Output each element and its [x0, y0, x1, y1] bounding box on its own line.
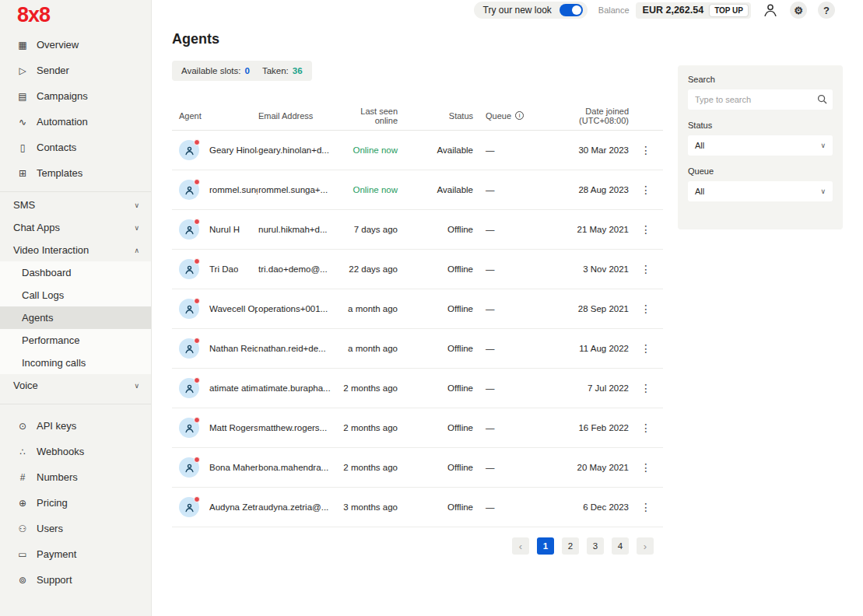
divider: [0, 404, 151, 404]
sidebar-subitem[interactable]: Call Logs: [0, 284, 151, 306]
page-button[interactable]: 1: [537, 537, 554, 555]
balance-section: Balance EUR 2,262.54 TOP UP: [598, 2, 751, 19]
sidebar-group-video-interaction[interactable]: Video Interaction: [0, 239, 151, 261]
kebab-icon: [640, 424, 651, 433]
settings-button[interactable]: ⚙: [790, 2, 807, 19]
presence-dot: [194, 139, 200, 145]
agent-name: Bona Mahend: [209, 463, 258, 472]
prev-page-button[interactable]: ‹: [512, 537, 529, 555]
agent-queue: —: [473, 383, 559, 393]
sidebar-subitem[interactable]: Performance: [0, 329, 151, 352]
presence-dot: [194, 377, 200, 383]
avatar: [179, 497, 199, 517]
agent-queue: —: [473, 145, 559, 155]
sidebar-item[interactable]: Templates: [0, 160, 151, 186]
search-input[interactable]: [688, 89, 833, 110]
agent-status: Available: [398, 185, 473, 194]
kebab-icon: [640, 226, 651, 235]
kebab-icon: [640, 305, 651, 314]
page-buttons: 1 2 3 4: [537, 537, 629, 555]
agent-queue: —: [473, 304, 559, 313]
last-seen-online: Online now: [343, 185, 398, 194]
sidebar-item[interactable]: Pricing: [0, 490, 151, 516]
table-row: Geary Hinolan geary.hinolan+d... Online …: [172, 131, 663, 170]
info-icon[interactable]: [515, 111, 524, 120]
page-button[interactable]: 3: [587, 537, 604, 555]
sidebar-item[interactable]: Payment: [0, 541, 151, 567]
status-filter-select[interactable]: All: [688, 135, 833, 156]
agent-name: Matt Rogers: [209, 423, 258, 432]
row-menu-button[interactable]: [629, 382, 663, 394]
row-menu-button[interactable]: [629, 263, 663, 275]
account-button[interactable]: [762, 2, 779, 19]
sidebar-subitem[interactable]: Agents: [0, 306, 151, 329]
agent-email: nurul.hikmah+d...: [258, 225, 343, 234]
agent-email: atimate.burapha...: [258, 383, 343, 393]
agent-cell: Audyna Zetria: [172, 497, 258, 517]
row-menu-button[interactable]: [629, 144, 663, 156]
date-joined: 16 Feb 2022: [559, 423, 629, 432]
sidebar-item[interactable]: Sender: [0, 58, 151, 83]
page-button[interactable]: 2: [562, 537, 579, 555]
sidebar-item[interactable]: Contacts: [0, 135, 151, 160]
date-joined: 21 May 2021: [559, 225, 629, 234]
sidebar-group-voice[interactable]: Voice: [0, 374, 151, 397]
header-queue: Queue: [473, 108, 559, 124]
sidebar-item[interactable]: Users: [0, 516, 151, 541]
sidebar-item[interactable]: Automation: [0, 109, 151, 135]
date-joined: 11 Aug 2022: [559, 344, 629, 353]
agent-name: rommel.sunga: [209, 185, 258, 194]
page-button[interactable]: 4: [612, 537, 629, 555]
sidebar-group-header[interactable]: Chat Apps: [0, 216, 151, 239]
sidebar-item[interactable]: Support: [0, 567, 151, 593]
top-up-button[interactable]: TOP UP: [710, 5, 748, 16]
agent-email: operations+001...: [258, 304, 343, 313]
help-button[interactable]: ?: [818, 2, 835, 19]
person-icon: [184, 264, 195, 275]
person-icon: [184, 502, 195, 513]
sidebar-item-label: Automation: [37, 116, 88, 128]
sidebar-groups: SMS Chat Apps Video Interaction Dashboar…: [0, 192, 151, 398]
avatar: [179, 378, 199, 398]
date-joined: 20 May 2021: [559, 463, 629, 472]
sidebar-item[interactable]: Overview: [0, 32, 151, 58]
agent-status: Offline: [398, 344, 473, 353]
person-icon: [184, 343, 195, 355]
new-look-toggle[interactable]: [560, 4, 583, 16]
sidebar-subitem[interactable]: Incoming calls: [0, 352, 151, 374]
gear-icon: ⚙: [794, 5, 803, 16]
sidebar-item[interactable]: API keys: [0, 413, 151, 439]
presence-dot: [194, 298, 200, 304]
sidebar-item-label: Support: [37, 574, 72, 586]
sidebar-group-header[interactable]: SMS: [0, 194, 151, 216]
status-filter-label: Status: [688, 121, 833, 130]
last-seen-online: 2 months ago: [343, 463, 398, 472]
sidebar-item[interactable]: Webhooks: [0, 439, 151, 464]
row-menu-button[interactable]: [629, 184, 663, 196]
person-icon: [184, 383, 195, 394]
table-row: rommel.sunga rommel.sunga+... Online now…: [172, 170, 663, 210]
topbar: Try our new look Balance EUR 2,262.54 TO…: [152, 0, 863, 20]
available-slots: Available slots: 0: [181, 66, 250, 75]
next-page-button[interactable]: ›: [637, 537, 654, 555]
row-menu-button[interactable]: [629, 461, 663, 474]
sidebar-item[interactable]: Numbers: [0, 464, 151, 490]
queue-filter-select[interactable]: All: [688, 181, 833, 201]
header-email: Email Address: [258, 108, 343, 124]
presence-dot: [194, 179, 200, 185]
sidebar-subitem-label: Dashboard: [22, 267, 72, 278]
queue-filter-label: Queue: [688, 166, 833, 176]
sidebar-subitem[interactable]: Dashboard: [0, 261, 151, 284]
agent-queue: —: [473, 463, 559, 472]
balance-amount: EUR 2,262.54: [643, 5, 704, 16]
row-menu-button[interactable]: [629, 223, 663, 236]
row-menu-button[interactable]: [629, 501, 663, 513]
brand-logo: 8x8: [0, 0, 151, 32]
row-menu-button[interactable]: [629, 422, 663, 434]
balance-label: Balance: [598, 5, 630, 15]
agent-name: atimate atima: [209, 383, 258, 393]
row-menu-button[interactable]: [629, 342, 663, 355]
sidebar-item[interactable]: Campaigns: [0, 83, 151, 109]
date-joined: 30 Mar 2023: [559, 145, 629, 155]
row-menu-button[interactable]: [629, 303, 663, 315]
